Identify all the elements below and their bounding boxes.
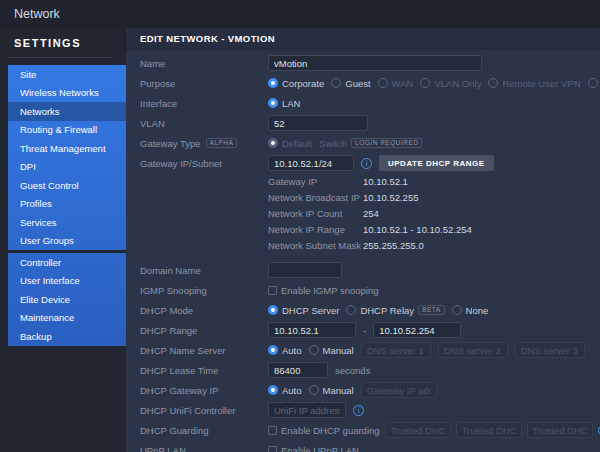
gateway-type-option-switch: Switch LOGIN REQUIRED (319, 138, 422, 149)
option-label: Corporate (282, 78, 324, 89)
dhcp-gateway-ip-label: DHCP Gateway IP (140, 385, 268, 396)
sidebar-item-elite-device[interactable]: Elite Device (8, 290, 126, 309)
update-dhcp-range-button[interactable]: UPDATE DHCP RANGE (379, 155, 494, 171)
dhcp-gateway-option-auto[interactable]: Auto (268, 385, 302, 396)
dhcp-gateway-option-manual[interactable]: Manual (309, 385, 354, 396)
sidebar-item-controller[interactable]: Controller (8, 253, 126, 272)
vlan-input[interactable] (268, 115, 368, 131)
sidebar-item-services[interactable]: Services (8, 213, 126, 232)
option-label: Manual (323, 345, 354, 356)
dhcp-unifi-controller-input[interactable] (268, 402, 346, 418)
option-label: Auto (282, 345, 302, 356)
gateway-ip-subnet-row: Gateway IP/Subnet UPDATE DHCP RANGE (140, 153, 590, 173)
sidebar-item-site[interactable]: Site (8, 65, 126, 84)
radio-selected-icon (268, 385, 278, 395)
dns-server-2-input (438, 342, 508, 358)
broadcast-ip-info-row: Network Broadcast IP 10.10.52.255 (140, 189, 590, 205)
option-label: Default (282, 138, 312, 149)
dhcp-name-server-option-auto[interactable]: Auto (268, 345, 302, 356)
gateway-ip-subnet-input[interactable] (268, 155, 354, 171)
lease-time-unit: seconds (335, 365, 370, 376)
sidebar-item-maintenance[interactable]: Maintenance (8, 309, 126, 328)
info-value: 255.255.255.0 (363, 240, 424, 251)
purpose-option-wan: WAN (378, 78, 414, 89)
info-label: Network Subnet Mask (268, 240, 356, 251)
trusted-dhcp-server-2-input (456, 422, 522, 438)
ip-range-info-row: Network IP Range 10.10.52.1 - 10.10.52.2… (140, 221, 590, 237)
checkbox-icon (268, 286, 277, 295)
page-header: EDIT NETWORK - VMOTION (126, 28, 600, 48)
dhcp-mode-option-none[interactable]: None (452, 305, 489, 316)
dhcp-lease-time-input[interactable] (268, 362, 328, 378)
info-value: 10.10.52.1 - 10.10.52.254 (363, 224, 472, 235)
dhcp-range-end-input[interactable] (373, 322, 461, 338)
dhcp-range-row: DHCP Range - (140, 320, 590, 340)
sidebar-item-profiles[interactable]: Profiles (8, 195, 126, 214)
dhcp-name-server-option-manual[interactable]: Manual (309, 345, 354, 356)
domain-name-input[interactable] (268, 262, 342, 278)
radio-selected-icon (268, 98, 278, 108)
dhcp-mode-option-relay[interactable]: DHCP Relay BETA (346, 305, 444, 316)
sidebar-item-backup[interactable]: Backup (8, 327, 126, 346)
dhcp-lease-time-row: DHCP Lease Time seconds (140, 360, 590, 380)
radio-icon (452, 305, 462, 315)
option-label: None (466, 305, 489, 316)
sidebar-item-guest-control[interactable]: Guest Control (8, 176, 126, 195)
checkbox-label: Enable IGMP snooping (281, 285, 379, 296)
purpose-option-guest[interactable]: Guest (331, 78, 370, 89)
vlan-row: VLAN (140, 113, 590, 133)
interface-row: Interface LAN (140, 93, 590, 113)
checkbox-label: Enable UPnP LAN (281, 445, 359, 452)
dhcp-mode-option-server[interactable]: DHCP Server (268, 305, 339, 316)
radio-selected-disabled-icon (268, 138, 278, 148)
radio-icon (309, 345, 319, 355)
igmp-snooping-checkbox[interactable]: Enable IGMP snooping (268, 285, 379, 296)
purpose-option-corporate[interactable]: Corporate (268, 78, 324, 89)
gateway-type-option-default: Default (268, 138, 312, 149)
domain-name-label: Domain Name (140, 265, 268, 276)
name-input[interactable] (268, 55, 482, 71)
igmp-snooping-row: IGMP Snooping Enable IGMP snooping (140, 280, 590, 300)
upnp-lan-checkbox[interactable]: Enable UPnP LAN (268, 445, 359, 452)
info-label: Gateway IP (268, 176, 356, 187)
sidebar-item-user-interface[interactable]: User Interface (8, 272, 126, 291)
option-label: LAN (282, 98, 300, 109)
purpose-option-site-to-site-vpn: Site-to-Site VPN (588, 78, 600, 89)
purpose-option-remote-user-vpn: Remote User VPN (488, 78, 580, 89)
dhcp-guarding-checkbox[interactable]: Enable DHCP guarding (268, 425, 380, 436)
info-label: Network Broadcast IP (268, 192, 356, 203)
interface-label: Interface (140, 98, 268, 109)
edit-network-form: Name Purpose Corporate Guest (126, 48, 600, 452)
sidebar-item-networks[interactable]: Networks (8, 102, 126, 121)
info-icon[interactable] (361, 158, 372, 169)
name-row: Name (140, 53, 590, 73)
option-label: Guest (345, 78, 370, 89)
app-title: Network (14, 7, 60, 21)
dhcp-unifi-controller-label: DHCP UniFi Controller (140, 405, 268, 416)
dhcp-gateway-ip-row: DHCP Gateway IP Auto Manual (140, 380, 590, 400)
dns-server-3-input (515, 342, 585, 358)
upnp-lan-row: UPnP LAN Enable UPnP LAN (140, 440, 590, 452)
sidebar-item-wireless-networks[interactable]: Wireless Networks (8, 84, 126, 103)
page-title: EDIT NETWORK - VMOTION (140, 33, 275, 44)
radio-icon (420, 78, 430, 88)
dhcp-mode-row: DHCP Mode DHCP Server DHCP Relay BETA No… (140, 300, 590, 320)
radio-selected-icon (268, 305, 278, 315)
trusted-dhcp-server-3-input (527, 422, 593, 438)
range-separator: - (363, 325, 366, 336)
trusted-dhcp-server-1-input (385, 422, 451, 438)
dhcp-unifi-controller-row: DHCP UniFi Controller (140, 400, 590, 420)
gateway-type-row: Gateway Type ALPHA Default Switch LOGIN … (140, 133, 590, 153)
login-required-badge: LOGIN REQUIRED (351, 138, 422, 149)
dhcp-range-start-input[interactable] (268, 322, 356, 338)
interface-option-lan[interactable]: LAN (268, 98, 300, 109)
info-label: Network IP Range (268, 224, 356, 235)
info-icon[interactable] (353, 405, 364, 416)
radio-icon (588, 78, 598, 88)
purpose-option-vlan-only: VLAN Only (420, 78, 481, 89)
sidebar-item-threat-management[interactable]: Threat Management (8, 139, 126, 158)
sidebar-item-dpi[interactable]: DPI (8, 158, 126, 177)
info-value: 254 (363, 208, 379, 219)
sidebar-item-user-groups[interactable]: User Groups (8, 232, 126, 251)
sidebar-item-routing-firewall[interactable]: Routing & Firewall (8, 121, 126, 140)
